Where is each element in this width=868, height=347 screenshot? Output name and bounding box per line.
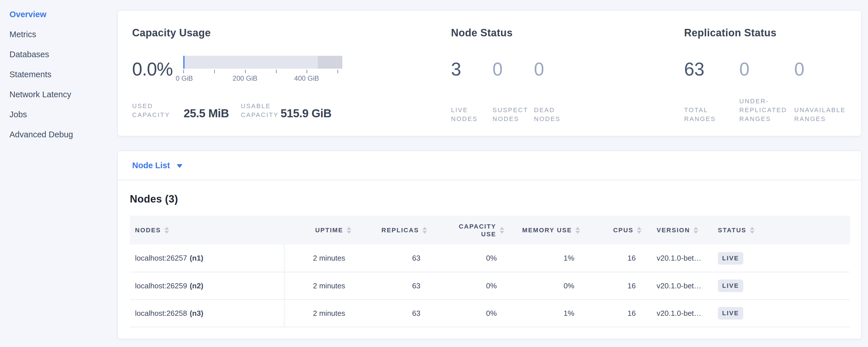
cluster-summary-card: Capacity Usage 0.0% [117, 10, 862, 136]
sidebar-item-metrics[interactable]: Metrics [9, 30, 117, 39]
nodes-table-section: Nodes (3) NODES [118, 180, 861, 327]
used-capacity-label: USED CAPACITY [132, 101, 184, 119]
live-nodes-value: 3 [451, 58, 493, 81]
axis-tick [183, 70, 184, 73]
table-row-node-1[interactable]: localhost:26257(n1) 2 minutes 63 0% 1% 1… [130, 245, 850, 272]
column-header-memory-use[interactable]: MEMORY USE [505, 216, 581, 245]
node-address-cell[interactable]: localhost:26258(n3) [130, 299, 284, 327]
column-label: UPTIME [315, 227, 343, 234]
live-nodes-label: LIVE NODES [451, 105, 493, 123]
under-replicated-ranges-metric: 0 UNDER- REPLICATED RANGES [739, 58, 794, 123]
table-row-node-2[interactable]: localhost:26259(n2) 2 minutes 63 0% 0% 1… [130, 272, 850, 299]
used-capacity-label-line2: CAPACITY [132, 111, 184, 119]
column-header-capacity-use[interactable]: CAPACITY USE [428, 216, 505, 245]
dead-nodes-label: DEAD NODES [534, 105, 561, 123]
sidebar-item-advanced-debug[interactable]: Advanced Debug [9, 130, 117, 139]
column-header-version[interactable]: VERSION [643, 216, 714, 245]
status-cell: LIVE [714, 245, 850, 272]
memory-use-cell: 1% [505, 245, 581, 272]
node-list-header: Node List [118, 151, 861, 180]
sidebar-item-overview[interactable]: Overview [9, 10, 117, 19]
nodes-table: NODES UPTIME REPLICAS [130, 216, 850, 327]
column-label: CPUS [613, 227, 633, 234]
sort-icon [693, 227, 698, 234]
node-status-title: Node Status [451, 27, 684, 39]
capacity-use-cell: 0% [428, 272, 505, 299]
capacity-use-cell: 0% [428, 245, 505, 272]
replicas-cell: 63 [352, 299, 428, 327]
live-status-badge: LIVE [718, 280, 743, 292]
column-header-nodes[interactable]: NODES [130, 216, 284, 245]
usable-capacity-label: USABLE CAPACITY [241, 101, 281, 119]
version-cell: v20.1.0-bet… [643, 272, 714, 299]
column-header-uptime[interactable]: UPTIME [284, 216, 352, 245]
replicas-cell: 63 [352, 272, 428, 299]
capacity-usage-chart: 0 GiB 200 GiB 400 GiB [183, 56, 342, 83]
node-list-dropdown-label: Node List [132, 161, 170, 170]
version-cell: v20.1.0-bet… [643, 299, 714, 327]
sidebar-item-network-latency[interactable]: Network Latency [9, 90, 117, 99]
node-address-cell[interactable]: localhost:26259(n2) [130, 272, 284, 299]
sort-icon [423, 227, 427, 234]
sort-icon [164, 227, 169, 234]
dead-nodes-metric: 0 DEAD NODES [534, 58, 561, 123]
column-label: CAPACITY USE [459, 223, 496, 238]
axis-tick [338, 70, 338, 73]
suspect-nodes-value: 0 [493, 58, 534, 81]
axis-tick [245, 70, 246, 73]
column-label: REPLICAS [381, 227, 419, 234]
main-content: Capacity Usage 0.0% [117, 0, 862, 339]
unavailable-ranges-value: 0 [794, 58, 846, 81]
node-list-card: Node List Nodes (3) NODES [117, 151, 862, 339]
replication-status-section: Replication Status 63 TOTAL RANGES 0 UND… [684, 27, 846, 136]
capacity-axis-ticks [183, 69, 342, 73]
version-cell: v20.1.0-bet… [643, 245, 714, 272]
axis-tick [214, 70, 215, 73]
axis-tick [276, 70, 277, 73]
used-capacity-label-line1: USED [132, 101, 184, 111]
dead-nodes-value: 0 [534, 58, 561, 81]
cpus-cell: 16 [581, 272, 643, 299]
sort-icon [347, 227, 351, 234]
memory-use-cell: 0% [505, 272, 581, 299]
node-list-dropdown[interactable]: Node List [132, 161, 183, 170]
column-label: VERSION [657, 227, 690, 234]
total-ranges-metric: 63 TOTAL RANGES [684, 58, 739, 123]
column-header-cpus[interactable]: CPUS [581, 216, 643, 245]
uptime-cell: 2 minutes [284, 245, 352, 272]
unavailable-ranges-metric: 0 UNAVAILABLE RANGES [794, 58, 846, 123]
sidebar-item-databases[interactable]: Databases [9, 50, 117, 59]
status-cell: LIVE [714, 272, 850, 299]
node-address-cell[interactable]: localhost:26257(n1) [130, 245, 284, 272]
nodes-count-title: Nodes (3) [130, 193, 849, 206]
cpus-cell: 16 [581, 299, 643, 327]
axis-tick [307, 70, 307, 73]
capacity-usage-title: Capacity Usage [132, 27, 451, 39]
sort-icon [576, 227, 580, 234]
column-header-status[interactable]: STATUS [714, 216, 850, 245]
sidebar: Overview Metrics Databases Statements Ne… [0, 0, 117, 347]
under-replicated-ranges-label: UNDER- REPLICATED RANGES [739, 97, 794, 123]
sort-icon [637, 227, 642, 234]
column-header-replicas[interactable]: REPLICAS [352, 216, 428, 245]
unavailable-ranges-label: UNAVAILABLE RANGES [794, 105, 846, 123]
table-row-node-3[interactable]: localhost:26258(n3) 2 minutes 63 0% 1% 1… [130, 299, 850, 327]
axis-label: 200 GiB [232, 74, 257, 83]
live-status-badge: LIVE [718, 252, 743, 264]
sidebar-item-statements[interactable]: Statements [9, 70, 117, 79]
column-label: STATUS [718, 227, 746, 234]
used-capacity-value: 25.5 MiB [184, 107, 241, 119]
live-status-badge: LIVE [718, 307, 743, 319]
sidebar-item-jobs[interactable]: Jobs [9, 110, 117, 119]
usable-capacity-label-line1: USABLE [241, 101, 281, 111]
table-header-row: NODES UPTIME REPLICAS [130, 216, 850, 245]
used-capacity-segment [183, 56, 184, 69]
total-ranges-value: 63 [684, 58, 739, 81]
suspect-nodes-metric: 0 SUSPECT NODES [493, 58, 534, 123]
uptime-cell: 2 minutes [284, 272, 352, 299]
sort-icon [500, 227, 504, 234]
uptime-cell: 2 minutes [284, 299, 352, 327]
node-status-section: Node Status 3 LIVE NODES 0 SUSPECT NODES [451, 27, 684, 136]
replicas-cell: 63 [352, 245, 428, 272]
status-cell: LIVE [714, 299, 850, 327]
